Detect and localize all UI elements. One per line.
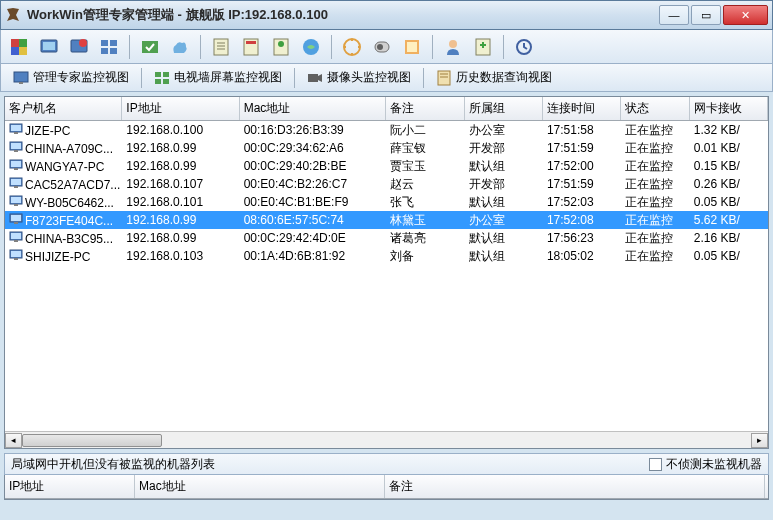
- tab-label: 管理专家监控视图: [33, 69, 129, 86]
- table-row[interactable]: F8723FE404C...192.168.0.9908:60:6E:57:5C…: [5, 211, 768, 229]
- tab-label: 电视墙屏幕监控视图: [174, 69, 282, 86]
- grid-header: 客户机名 IP地址 Mac地址 备注 所属组 连接时间 状态 网卡接收: [5, 97, 768, 121]
- col-group[interactable]: 所属组: [465, 97, 543, 120]
- detect-checkbox-wrap[interactable]: 不侦测未监视机器: [649, 456, 762, 473]
- cell-ip: 192.168.0.103: [122, 248, 239, 264]
- svg-rect-34: [155, 79, 161, 84]
- cell-time: 17:51:59: [543, 140, 621, 156]
- cell-time: 17:52:00: [543, 158, 621, 174]
- scroll-thumb[interactable]: [22, 434, 162, 447]
- cell-remark: 贾宝玉: [386, 157, 464, 176]
- cell-remark: 林黛玉: [386, 211, 464, 230]
- svg-rect-10: [101, 48, 108, 54]
- toolbar-btn-12[interactable]: [370, 35, 394, 59]
- cell-hostname: F8723FE404C...: [5, 212, 122, 229]
- cell-mac: 00:E0:4C:B2:26:C7: [240, 176, 387, 192]
- toolbar-btn-15[interactable]: [471, 35, 495, 59]
- table-row[interactable]: SHIJIZE-PC192.168.0.10300:1A:4D:6B:81:92…: [5, 247, 768, 265]
- scroll-left-button[interactable]: ◂: [5, 433, 22, 448]
- svg-rect-11: [110, 48, 117, 54]
- cell-group: 默认组: [465, 247, 543, 266]
- svg-point-27: [449, 40, 457, 48]
- bcol-mac[interactable]: Mac地址: [135, 475, 385, 498]
- cell-net: 2.16 KB/: [690, 230, 768, 246]
- toolbar-btn-3[interactable]: [67, 35, 91, 59]
- col-net[interactable]: 网卡接收: [690, 97, 768, 120]
- close-button[interactable]: ✕: [723, 5, 768, 25]
- tab-wall-view[interactable]: 电视墙屏幕监控视图: [148, 67, 288, 88]
- cell-group: 默认组: [465, 193, 543, 212]
- pc-icon: [9, 141, 23, 153]
- toolbar-btn-14[interactable]: [441, 35, 465, 59]
- bcol-remark[interactable]: 备注: [385, 475, 765, 498]
- cell-time: 17:56:23: [543, 230, 621, 246]
- toolbar-btn-16[interactable]: [512, 35, 536, 59]
- table-row[interactable]: CAC52A7ACD7...192.168.0.10700:E0:4C:B2:2…: [5, 175, 768, 193]
- cell-hostname: CAC52A7ACD7...: [5, 176, 122, 193]
- toolbar-btn-11[interactable]: [340, 35, 364, 59]
- wall-icon: [154, 70, 170, 86]
- toolbar-btn-10[interactable]: [299, 35, 323, 59]
- bottom-grid: IP地址 Mac地址 备注: [4, 475, 769, 500]
- bcol-ip[interactable]: IP地址: [5, 475, 135, 498]
- cell-ip: 192.168.0.107: [122, 176, 239, 192]
- svg-rect-30: [14, 72, 28, 82]
- main-toolbar: [0, 30, 773, 64]
- col-time[interactable]: 连接时间: [543, 97, 621, 120]
- table-row[interactable]: CHINA-B3C95...192.168.0.9900:0C:29:42:4D…: [5, 229, 768, 247]
- toolbar-btn-8[interactable]: [239, 35, 263, 59]
- title-bar: WorkWin管理专家管理端 - 旗舰版 IP:192.168.0.100 — …: [0, 0, 773, 30]
- scroll-right-button[interactable]: ▸: [751, 433, 768, 448]
- toolbar-btn-9[interactable]: [269, 35, 293, 59]
- tab-monitor-view[interactable]: 管理专家监控视图: [7, 67, 135, 88]
- scroll-track[interactable]: [22, 433, 751, 448]
- col-status[interactable]: 状态: [621, 97, 690, 120]
- cell-ip: 192.168.0.99: [122, 158, 239, 174]
- col-ip[interactable]: IP地址: [122, 97, 239, 120]
- toolbar-btn-1[interactable]: [7, 35, 31, 59]
- pc-icon: [9, 159, 23, 171]
- svg-rect-0: [11, 39, 19, 47]
- svg-rect-56: [11, 215, 21, 221]
- table-row[interactable]: WANGYA7-PC192.168.0.9900:0C:29:40:2B:BE贾…: [5, 157, 768, 175]
- toolbar-btn-5[interactable]: [138, 35, 162, 59]
- svg-rect-13: [214, 39, 228, 55]
- cell-net: 0.05 KB/: [690, 248, 768, 264]
- toolbar-btn-2[interactable]: [37, 35, 61, 59]
- svg-rect-12: [142, 41, 158, 53]
- horizontal-scrollbar[interactable]: ◂ ▸: [5, 431, 768, 448]
- toolbar-btn-4[interactable]: [97, 35, 121, 59]
- tab-camera-view[interactable]: 摄像头监控视图: [301, 67, 417, 88]
- cell-remark: 赵云: [386, 175, 464, 194]
- toolbar-btn-7[interactable]: [209, 35, 233, 59]
- table-row[interactable]: WY-B05C6462...192.168.0.10100:E0:4C:B1:B…: [5, 193, 768, 211]
- tab-history-view[interactable]: 历史数据查询视图: [430, 67, 558, 88]
- history-icon: [436, 70, 452, 86]
- cell-net: 1.32 KB/: [690, 122, 768, 138]
- pc-icon: [9, 177, 23, 189]
- cell-mac: 00:E0:4C:B1:BE:F9: [240, 194, 387, 210]
- table-row[interactable]: JIZE-PC192.168.0.10000:16:D3:26:B3:39阮小二…: [5, 121, 768, 139]
- detect-checkbox[interactable]: [649, 458, 662, 471]
- maximize-button[interactable]: ▭: [691, 5, 721, 25]
- col-mac[interactable]: Mac地址: [240, 97, 387, 120]
- cell-ip: 192.168.0.101: [122, 194, 239, 210]
- svg-rect-63: [14, 258, 18, 260]
- window-title: WorkWin管理专家管理端 - 旗舰版 IP:192.168.0.100: [27, 6, 659, 24]
- svg-rect-36: [308, 74, 318, 82]
- toolbar-btn-6[interactable]: [168, 35, 192, 59]
- svg-point-24: [377, 44, 383, 50]
- table-row[interactable]: CHINA-A709C...192.168.0.9900:0C:29:34:62…: [5, 139, 768, 157]
- col-remark[interactable]: 备注: [386, 97, 464, 120]
- col-hostname[interactable]: 客户机名: [5, 97, 122, 120]
- cell-net: 0.01 KB/: [690, 140, 768, 156]
- monitor-icon: [13, 70, 29, 86]
- grid-body: JIZE-PC192.168.0.10000:16:D3:26:B3:39阮小二…: [5, 121, 768, 431]
- svg-point-20: [278, 41, 284, 47]
- minimize-button[interactable]: —: [659, 5, 689, 25]
- toolbar-btn-13[interactable]: [400, 35, 424, 59]
- svg-rect-57: [14, 222, 18, 224]
- cell-mac: 08:60:6E:57:5C:74: [240, 212, 387, 228]
- cell-hostname: CHINA-A709C...: [5, 140, 122, 157]
- cell-ip: 192.168.0.99: [122, 212, 239, 228]
